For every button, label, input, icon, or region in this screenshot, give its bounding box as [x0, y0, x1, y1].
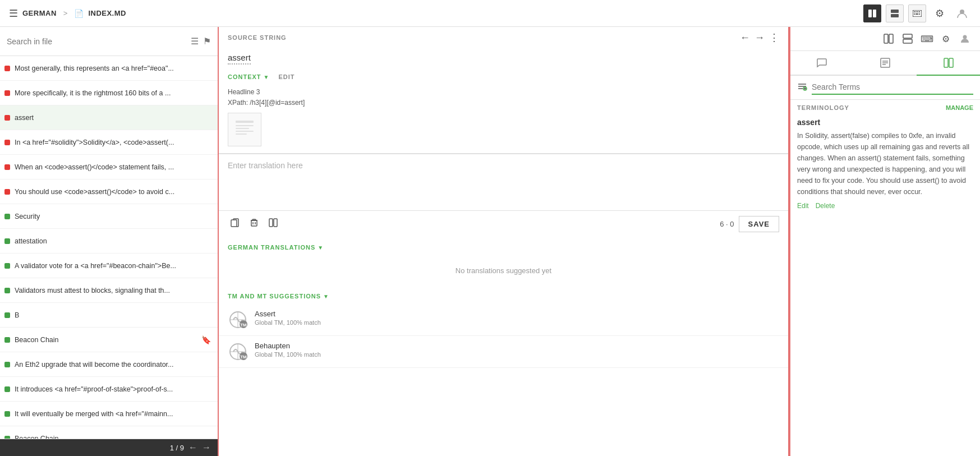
layout2-button[interactable]: [886, 4, 904, 22]
file-name: INDEX.MD: [88, 9, 126, 17]
list-item[interactable]: Beacon Chain 🔖: [0, 328, 218, 352]
item-text: Security: [15, 213, 211, 220]
svg-rect-10: [915, 13, 918, 15]
keyboard-button[interactable]: [908, 4, 926, 22]
string-list: Most generally, this represents an <a hr…: [0, 56, 218, 439]
svg-rect-43: [944, 58, 948, 67]
edit-button[interactable]: [266, 215, 280, 233]
prev-page-button[interactable]: ←: [188, 443, 197, 453]
list-item[interactable]: Validators must attest to blocks, signal…: [0, 278, 218, 303]
status-dot-red: [4, 66, 10, 71]
list-item[interactable]: A validator vote for a <a href="#beacon-…: [0, 254, 218, 278]
context-bar: CONTEXT ▼ EDIT: [219, 71, 788, 85]
german-translations-header: GERMAN TRANSLATIONS ▼: [219, 237, 788, 255]
save-button[interactable]: SAVE: [739, 216, 779, 232]
item-text: It will eventually be merged with <a hre…: [15, 410, 211, 418]
german-translations-toggle[interactable]: GERMAN TRANSLATIONS ▼: [228, 244, 779, 251]
delete-term-button[interactable]: Delete: [816, 202, 835, 210]
layout-split-button[interactable]: [880, 30, 897, 47]
suggestion-text: Behaupten: [255, 342, 779, 350]
source-string-area: assert: [219, 48, 788, 71]
svg-rect-36: [903, 34, 912, 38]
suggestion-item[interactable]: TM Behaupten Global TM, 100% match: [219, 336, 788, 368]
clear-button[interactable]: [247, 215, 261, 233]
status-dot-green: [4, 411, 10, 417]
term-name: assert: [797, 118, 973, 127]
translation-input-area[interactable]: Enter translation here: [219, 154, 788, 210]
suggestion-content: Assert Global TM, 100% match: [255, 310, 779, 326]
edit-label[interactable]: EDIT: [278, 73, 295, 80]
context-xpath: XPath: /h3[4][@id=assert]: [228, 98, 779, 108]
settings-right-button[interactable]: ⚙: [937, 30, 954, 47]
status-dot-green: [4, 214, 10, 219]
search-input[interactable]: [7, 37, 191, 46]
svg-rect-11: [919, 13, 920, 15]
suggestion-item[interactable]: TM Assert Global TM, 100% match: [219, 304, 788, 336]
source-nav: ← → ⋮: [740, 31, 779, 44]
list-item[interactable]: More specifically, it is the rightmost 1…: [0, 81, 218, 105]
search-terms-input[interactable]: [812, 80, 973, 95]
list-item[interactable]: Security: [0, 204, 218, 229]
prev-string-button[interactable]: ←: [740, 32, 750, 44]
list-item[interactable]: Beacon Chain: [0, 426, 218, 439]
item-text: An Eth2 upgrade that will become the coo…: [15, 361, 211, 369]
status-dot-green: [4, 362, 10, 367]
tab-comments[interactable]: [790, 51, 854, 76]
list-item[interactable]: An Eth2 upgrade that will become the coo…: [0, 352, 218, 377]
tm-mt-label: TM AND MT SUGGESTIONS: [228, 293, 321, 300]
char-count: 6 · 0: [720, 220, 734, 228]
list-view-icon[interactable]: ☰: [191, 36, 199, 47]
user-button[interactable]: [953, 4, 971, 22]
item-text: assert: [15, 114, 211, 122]
item-text: Beacon Chain: [15, 435, 211, 439]
status-dot-green: [4, 238, 10, 244]
top-bar-left: ☰ GERMAN > 📄 INDEX.MD: [9, 7, 126, 20]
status-dot-red: [4, 90, 10, 96]
project-name: GERMAN: [22, 9, 57, 17]
list-item[interactable]: It introduces <a href="#proof-of-stake">…: [0, 377, 218, 402]
middle-panel: SOURCE STRING ← → ⋮ assert CONTEXT ▼ EDI: [219, 27, 789, 456]
list-item[interactable]: B: [0, 303, 218, 328]
more-options-button[interactable]: ⋮: [769, 31, 779, 44]
german-translations-label: GERMAN TRANSLATIONS: [228, 244, 315, 251]
list-item[interactable]: You should use <code>assert()</code> to …: [0, 179, 218, 204]
add-term-icon[interactable]: [797, 81, 807, 94]
status-dot-green: [4, 312, 10, 318]
svg-text:TM: TM: [240, 323, 247, 328]
item-text: attestation: [15, 237, 211, 245]
list-item[interactable]: In <a href="#solidity">Solidity</a>, <co…: [0, 130, 218, 155]
bookmark-icon: 🔖: [201, 335, 211, 344]
breadcrumb-separator: >: [63, 9, 68, 17]
term-actions: Edit Delete: [797, 202, 973, 210]
layout-single-button[interactable]: [899, 30, 916, 47]
svg-rect-1: [873, 10, 876, 17]
layout1-button[interactable]: [863, 4, 881, 22]
tab-history[interactable]: [854, 51, 917, 76]
svg-rect-34: [884, 34, 888, 43]
top-bar-right: ⚙: [863, 4, 971, 22]
next-page-button[interactable]: →: [202, 443, 211, 453]
list-item[interactable]: When an <code>assert()</code> statement …: [0, 155, 218, 179]
context-toggle[interactable]: CONTEXT ▼: [228, 73, 269, 80]
copy-source-button[interactable]: [228, 215, 242, 233]
keyboard-shortcut-button[interactable]: ⌨: [918, 30, 935, 47]
page-info: 1 / 9: [170, 444, 184, 452]
settings-button[interactable]: ⚙: [931, 4, 949, 22]
user-right-button[interactable]: [956, 30, 973, 47]
list-item[interactable]: Most generally, this represents an <a hr…: [0, 56, 218, 81]
terminology-header: TERMINOLOGY MANAGE: [790, 100, 980, 113]
list-item-active[interactable]: assert: [0, 105, 218, 130]
tm-mt-toggle[interactable]: TM AND MT SUGGESTIONS ▼: [228, 293, 779, 300]
context-headline: Headline 3: [228, 87, 779, 98]
svg-rect-22: [269, 219, 273, 227]
hamburger-icon[interactable]: ☰: [9, 7, 18, 20]
tab-terminology[interactable]: [917, 51, 980, 76]
filter-icon[interactable]: ⚑: [203, 36, 211, 47]
edit-term-button[interactable]: Edit: [797, 202, 809, 210]
manage-button[interactable]: MANAGE: [946, 104, 973, 111]
list-item[interactable]: attestation: [0, 229, 218, 254]
next-string-button[interactable]: →: [754, 32, 765, 44]
status-dot-green: [4, 263, 10, 269]
list-item[interactable]: It will eventually be merged with <a hre…: [0, 402, 218, 426]
svg-rect-18: [231, 220, 237, 227]
